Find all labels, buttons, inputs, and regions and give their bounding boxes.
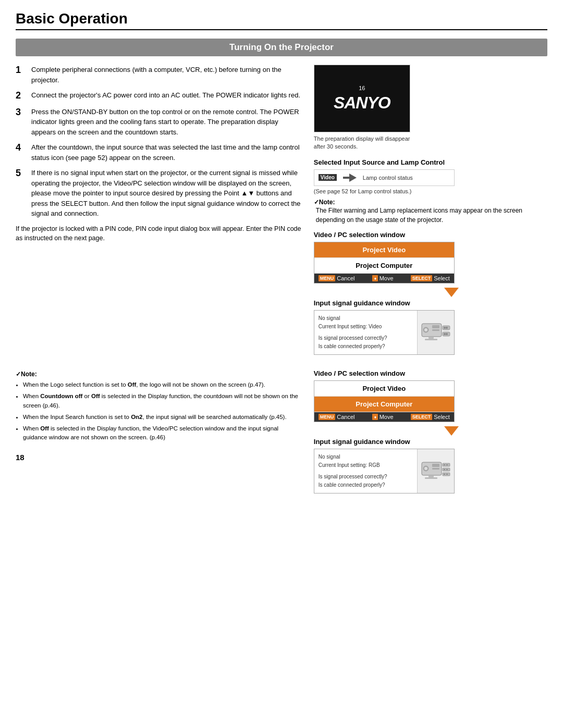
vpc1-row-2: Project Computer <box>314 258 454 274</box>
svg-rect-5 <box>432 329 439 331</box>
sanyo-number: 16 <box>359 85 365 91</box>
svg-point-3 <box>424 328 427 331</box>
left-column: 1 Complete peripheral connections (with … <box>16 65 301 364</box>
preparation-display-image: 16 SANYO <box>314 65 410 132</box>
guidance-line-2: Current Input setting: Video <box>319 323 413 331</box>
step-4-text: After the countdown, the input source th… <box>31 142 301 163</box>
page-title: Basic Operation <box>16 10 128 27</box>
vpc1-footer: MENU Cancel ⬧ Move SELECT Select <box>314 274 454 283</box>
lamp-arrow-icon <box>342 172 358 183</box>
step-2-text: Connect the projector's AC power cord in… <box>31 90 300 101</box>
vpc1-select: SELECT Select <box>411 275 450 281</box>
vpc1-cancel: MENU Cancel <box>319 275 355 281</box>
vpc-window-2: Project Video Project Computer MENU Canc… <box>314 380 455 422</box>
projector-illustration-2 <box>421 458 451 484</box>
step-5-text: If there is no signal input when start o… <box>31 168 301 219</box>
step-2-number: 2 <box>16 90 27 102</box>
vpc-window1-title: Video / PC selection window <box>314 231 547 239</box>
svg-rect-26 <box>444 469 445 470</box>
guidance-left-1: No signal Current Input setting: Video I… <box>314 311 418 354</box>
section-header: Turning On the Projector <box>16 39 547 56</box>
svg-rect-24 <box>444 464 445 465</box>
bottom-note-item-4: When Off is selected in the Display func… <box>23 424 301 443</box>
vpc1-move: ⬧ Move <box>372 275 394 281</box>
guidance2-line-1: No signal <box>319 453 413 461</box>
guidance2-line-4: Is cable connected properly? <box>319 481 413 489</box>
menu-key-2: MENU <box>319 414 336 420</box>
step-4: 4 After the countdown, the input source … <box>16 142 301 163</box>
svg-rect-17 <box>432 464 439 467</box>
move-key: ⬧ <box>372 275 378 281</box>
bottom-note-label: ✓Note: <box>16 369 301 379</box>
guidance-right-2 <box>418 449 454 493</box>
selected-input-title: Selected Input Source and Lamp Control <box>314 158 547 166</box>
svg-rect-4 <box>432 325 439 328</box>
arrow-down-icon-2 <box>444 426 459 436</box>
vpc-window-1: Project Video Project Computer MENU Canc… <box>314 242 455 283</box>
bottom-note-block: ✓Note: When the Logo select function is … <box>16 369 301 442</box>
steps-list: 1 Complete peripheral connections (with … <box>16 65 301 219</box>
svg-rect-6 <box>429 337 434 339</box>
sanyo-logo: SANYO <box>334 92 390 113</box>
bottom-left: ✓Note: When the Logo select function is … <box>16 369 301 503</box>
vpc2-select: SELECT Select <box>411 414 450 420</box>
guidance-window2-title: Input signal guidance window <box>314 438 547 446</box>
step-3-number: 3 <box>16 107 27 118</box>
guidance-line-1: No signal <box>319 314 413 323</box>
svg-rect-27 <box>446 469 448 470</box>
bottom-note-item-1: When the Logo select function is set to … <box>23 380 301 390</box>
bottom-note-item-2: When Countdown off or Off is selected in… <box>23 392 301 411</box>
svg-rect-29 <box>446 474 448 475</box>
guidance-box-2: No signal Current Input setting: RGB Is … <box>314 449 455 493</box>
lamp-control-box: Video Lamp control status <box>314 169 455 186</box>
vpc-window2-title: Video / PC selection window <box>314 369 547 377</box>
right-column: 16 SANYO The preparation display will di… <box>314 65 547 364</box>
step-5: 5 If there is no signal input when start… <box>16 168 301 219</box>
guidance-window1-title: Input signal guidance window <box>314 299 547 307</box>
vpc2-move: ⬧ Move <box>372 414 394 420</box>
step-5-number: 5 <box>16 168 27 179</box>
vpc2-cancel: MENU Cancel <box>319 414 355 420</box>
step-3-text: Press the ON/STAND-BY button on the top … <box>31 107 301 138</box>
step-3: 3 Press the ON/STAND-BY button on the to… <box>16 107 301 138</box>
lamp-caption: (See page 52 for Lamp control status.) <box>314 188 547 194</box>
arrow-down-1-container <box>314 286 547 299</box>
vpc2-footer: MENU Cancel ⬧ Move SELECT Select <box>314 412 454 422</box>
menu-key: MENU <box>319 275 336 281</box>
pin-note: If the projector is locked with a PIN co… <box>16 224 301 244</box>
section-title: Turning On the Projector <box>229 42 334 52</box>
guidance-line-4: Is cable connected properly? <box>319 342 413 351</box>
vpc2-row-2: Project Computer <box>314 397 454 412</box>
svg-rect-28 <box>444 474 445 475</box>
step-1: 1 Complete peripheral connections (with … <box>16 65 301 85</box>
svg-marker-0 <box>343 174 357 182</box>
bottom-section: ✓Note: When the Logo select function is … <box>16 369 547 503</box>
bottom-right: Video / PC selection window Project Vide… <box>314 369 547 503</box>
guidance-box-1: No signal Current Input setting: Video I… <box>314 310 455 355</box>
vpc2-row-1: Project Video <box>314 381 454 397</box>
note-block-1: ✓Note: The Filter warning and Lamp repla… <box>314 199 547 225</box>
preparation-caption: The preparation display will disappearaf… <box>314 135 547 151</box>
arrow-down-2-container <box>314 424 547 438</box>
move-key-2: ⬧ <box>372 414 378 420</box>
guidance2-line-2: Current Input setting: RGB <box>319 461 413 470</box>
projector-illustration-1 <box>421 319 451 346</box>
main-content: 1 Complete peripheral connections (with … <box>16 65 547 364</box>
svg-rect-20 <box>425 477 437 479</box>
note1-text: The Filter warning and Lamp replacement … <box>314 206 547 225</box>
svg-point-10 <box>444 327 446 329</box>
guidance-right-1 <box>418 311 454 354</box>
svg-point-16 <box>424 467 427 470</box>
step-4-number: 4 <box>16 142 27 154</box>
step-2: 2 Connect the projector's AC power cord … <box>16 90 301 102</box>
bottom-note-item-3: When the Input Search function is set to… <box>23 413 301 422</box>
bottom-note-list: When the Logo select function is set to … <box>16 380 301 442</box>
step-1-text: Complete peripheral connections (with a … <box>31 65 301 85</box>
svg-point-11 <box>446 327 448 329</box>
page-number: 18 <box>16 453 301 462</box>
lamp-video-label: Video <box>319 174 337 181</box>
guidance2-line-3: Is signal processed correctly? <box>319 473 413 481</box>
svg-rect-19 <box>429 475 434 477</box>
svg-rect-25 <box>446 464 448 465</box>
pin-note-text: If the projector is locked with a PIN co… <box>16 225 301 242</box>
